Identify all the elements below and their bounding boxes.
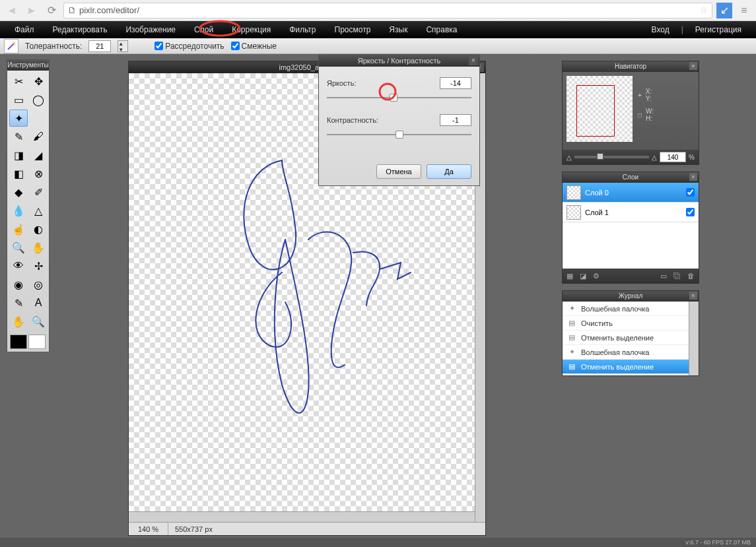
menu-file[interactable]: Файл: [5, 21, 44, 38]
replace-tool[interactable]: ◆: [9, 183, 28, 201]
redeye-tool[interactable]: 👁: [9, 257, 28, 274]
nav-x-label: X:: [646, 88, 652, 95]
layer-style-icon[interactable]: ▦: [567, 272, 573, 280]
zoom-tool[interactable]: 🔍: [29, 313, 48, 330]
marquee-tool[interactable]: ▭: [9, 91, 28, 108]
dialog-ok-button[interactable]: Да: [427, 164, 471, 179]
tolerance-spinner[interactable]: ▲▼: [118, 40, 128, 52]
nav-back-button[interactable]: ◄: [4, 3, 20, 18]
menu-view[interactable]: Просмотр: [326, 21, 380, 38]
menu-adjustment[interactable]: Коррекция: [223, 21, 280, 38]
antialias-checkbox[interactable]: [155, 42, 163, 50]
brightness-input[interactable]: [440, 77, 471, 89]
crosshair-icon: +: [638, 92, 642, 99]
hand-tool[interactable]: ✋: [9, 313, 28, 330]
navigator-close-button[interactable]: ×: [689, 62, 697, 70]
dialog-close-button[interactable]: ×: [469, 56, 478, 65]
bookmark-icon[interactable]: ☆: [700, 5, 708, 15]
extension-icon[interactable]: ↙: [716, 3, 732, 18]
option-contiguous[interactable]: Смежные: [231, 42, 277, 51]
navigator-title-text: Навигатор: [615, 63, 646, 70]
zoom-out-icon[interactable]: △: [567, 154, 572, 161]
canvas-scrollbar-horizontal[interactable]: [129, 511, 475, 522]
history-item[interactable]: ▤ Отменить выделение: [563, 331, 689, 345]
move-tool[interactable]: ✥: [29, 73, 48, 90]
navigator-zoom-input[interactable]: [660, 152, 686, 162]
url-text: pixlr.com/editor/: [79, 5, 139, 15]
navigator-preview[interactable]: [567, 76, 633, 142]
layer-row[interactable]: Слой 1: [563, 203, 699, 222]
history-item[interactable]: ✦ Волшебная палочка: [563, 345, 689, 360]
history-item[interactable]: ✦ Волшебная палочка: [563, 302, 689, 316]
contiguous-checkbox[interactable]: [231, 42, 240, 50]
brightness-contrast-dialog: Яркость / Контрастность × Яркость: Контр…: [318, 54, 480, 186]
tolerance-input[interactable]: [88, 40, 111, 52]
history-item[interactable]: ▤ Отменить выделение: [563, 360, 689, 374]
menu-help[interactable]: Справка: [417, 21, 466, 38]
layers-panel: Слои × Слой 0 Слой 1 ▦ ◪ ⚙ ▭ ⿻: [562, 172, 699, 284]
history-item[interactable]: ▤ Очистить: [563, 316, 689, 331]
layer-row[interactable]: Слой 0: [563, 183, 699, 203]
option-antialias[interactable]: Рассредоточить: [155, 42, 224, 51]
brightness-slider[interactable]: [327, 92, 471, 105]
layers-close-button[interactable]: ×: [689, 173, 697, 181]
dodge-tool[interactable]: 🔍: [9, 239, 28, 256]
menu-edit[interactable]: Редактировать: [44, 21, 117, 38]
wand-tool[interactable]: ✦: [9, 110, 28, 127]
menu-register[interactable]: Регистрация: [686, 25, 751, 34]
lasso-tool[interactable]: ◯: [29, 91, 48, 108]
menu-layer[interactable]: Слой: [185, 21, 223, 38]
dialog-title: Яркость / Контрастность ×: [319, 55, 479, 67]
blur-tool[interactable]: 💧: [9, 202, 28, 219]
sponge-tool[interactable]: ◐: [29, 220, 48, 238]
bucket-tool[interactable]: ◢: [29, 146, 48, 164]
gradient-tool[interactable]: ◧: [9, 165, 28, 182]
duplicate-layer-icon[interactable]: ⿻: [673, 272, 681, 280]
navigator-zoom-pct: %: [689, 154, 695, 161]
menu-language[interactable]: Язык: [380, 21, 417, 38]
crop-tool[interactable]: ✂: [9, 73, 28, 90]
contrast-slider-thumb[interactable]: [395, 131, 403, 139]
eraser-tool[interactable]: ◨: [9, 146, 28, 164]
clone-tool[interactable]: ⊗: [29, 165, 48, 182]
smudge-tool[interactable]: ☝: [9, 220, 28, 238]
menu-image[interactable]: Изображение: [116, 21, 185, 38]
layer-mask-icon[interactable]: ◪: [580, 272, 586, 280]
nav-forward-button[interactable]: ►: [24, 3, 40, 18]
brush-tool[interactable]: 🖌: [29, 128, 48, 145]
menu-filter[interactable]: Фильтр: [280, 21, 325, 38]
type-tool[interactable]: A: [29, 294, 48, 311]
bloat-tool[interactable]: ◉: [9, 276, 28, 293]
workspace: Инструменты ✂ ✥ ▭ ◯ ✦ ✎ 🖌 ◨ ◢ ◧ ⊗ ◆ ✐ 💧 …: [0, 54, 756, 538]
menu-login[interactable]: Вход: [642, 25, 679, 34]
contrast-input[interactable]: [440, 114, 471, 126]
delete-layer-icon[interactable]: 🗑: [687, 272, 695, 280]
picker-tool[interactable]: ✎: [9, 294, 28, 311]
menu-icon[interactable]: ≡: [736, 3, 752, 18]
zoom-in-icon[interactable]: △: [652, 154, 657, 161]
layer-visibility-checkbox[interactable]: [686, 188, 695, 197]
navigator-viewport-rect[interactable]: [576, 85, 615, 137]
sharpen-tool[interactable]: △: [29, 202, 48, 219]
dialog-cancel-button[interactable]: Отмена: [376, 164, 421, 179]
nav-reload-button[interactable]: ⟳: [44, 3, 59, 18]
layer-visibility-checkbox[interactable]: [686, 208, 695, 216]
draw-tool[interactable]: ✐: [29, 183, 48, 201]
history-scrollbar[interactable]: [689, 302, 699, 375]
history-close-button[interactable]: ×: [689, 292, 697, 300]
contrast-slider[interactable]: [327, 129, 471, 142]
foreground-swatch[interactable]: [10, 335, 27, 349]
navigator-zoom-thumb[interactable]: [597, 153, 603, 160]
background-swatch[interactable]: [28, 335, 46, 349]
pinch-tool[interactable]: ◎: [29, 276, 48, 293]
navigator-zoom-slider[interactable]: [574, 156, 649, 158]
spot-tool[interactable]: ✢: [29, 257, 48, 274]
burn-tool[interactable]: ✋: [29, 239, 48, 256]
pencil-tool[interactable]: ✎: [9, 128, 28, 145]
new-layer-icon[interactable]: ▭: [660, 272, 667, 280]
history-panel: Журнал × ✦ Волшебная палочка ▤ Очистить …: [562, 290, 699, 376]
brightness-slider-thumb[interactable]: [390, 94, 397, 102]
navigator-panel: Навигатор × +X:Y: □W:H: △ △ %: [562, 61, 699, 165]
layer-settings-icon[interactable]: ⚙: [593, 272, 600, 280]
url-bar[interactable]: 🗋 pixlr.com/editor/ ☆: [63, 3, 712, 18]
